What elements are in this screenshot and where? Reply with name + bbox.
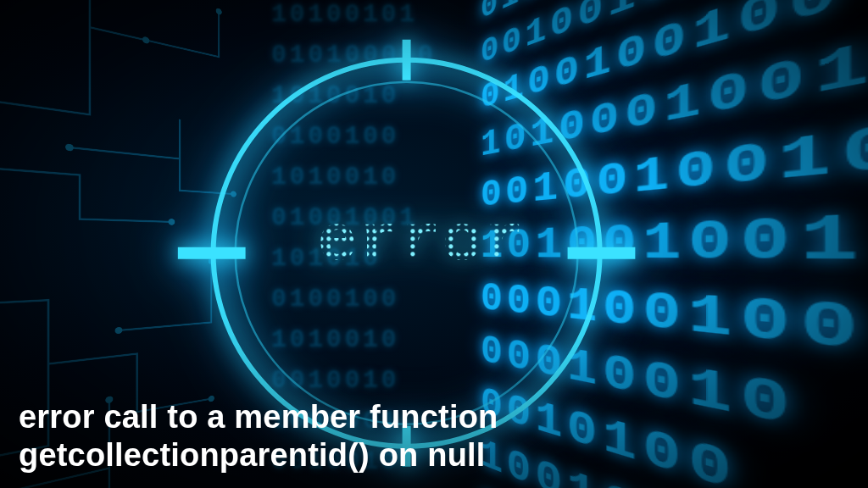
- scene-root: 10100101 010100010 1010010 0100100 10100…: [0, 0, 868, 488]
- svg-point-1: [142, 36, 149, 45]
- svg-point-10: [65, 143, 74, 151]
- error-word-center: error: [317, 204, 526, 279]
- svg-point-15: [115, 327, 123, 335]
- caption-text: error call to a member function getcolle…: [19, 398, 834, 474]
- svg-point-9: [231, 191, 236, 197]
- svg-point-5: [168, 219, 175, 225]
- svg-point-14: [209, 258, 214, 264]
- svg-point-2: [216, 8, 222, 15]
